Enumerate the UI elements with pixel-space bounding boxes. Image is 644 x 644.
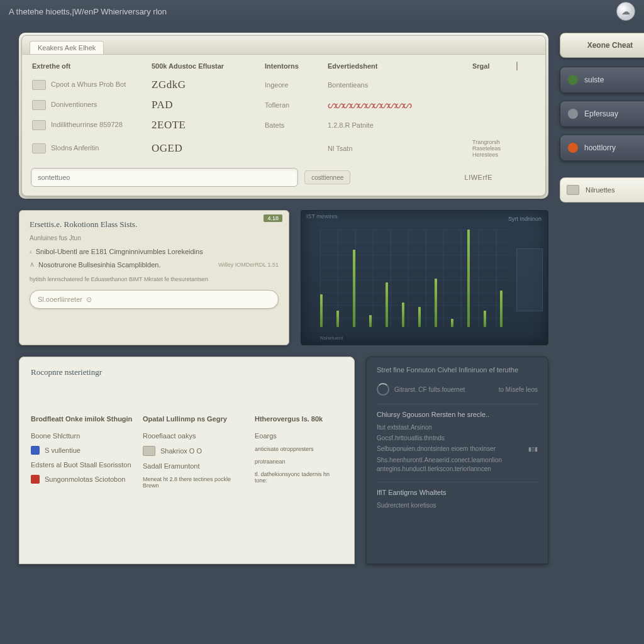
divider [377, 404, 538, 404]
top-panel: Keakers Aek Elhek Extrethe oft 500k Adus… [19, 33, 548, 199]
tasks-sub: Aunluines fus Jtun [30, 235, 279, 242]
table-header: Extrethe oft 500k Adustoc Eflustar Inten… [22, 55, 545, 75]
doc-icon [567, 185, 579, 195]
cube-blue-icon [31, 446, 40, 455]
sidebar-button[interactable]: sulste [560, 67, 644, 93]
chart-legend [516, 248, 543, 311]
sidebar-pill[interactable]: Xeone Cheat [560, 33, 644, 58]
list-item[interactable]: Sungonmolotas Sciotobon [31, 472, 136, 487]
table-row[interactable]: Indillitheurrinse 8597282EOTEBatets1.2.8… [22, 115, 545, 135]
lr-sub1: Chlursy Sgouson Rersten he srecle.. [377, 411, 538, 418]
col-6 [516, 62, 535, 70]
list-item[interactable]: Shakriox O O [143, 443, 248, 459]
lr-item: Gocsf.hrttouatlis.thntnds [377, 433, 538, 443]
list-item: tl. dathekionsyonc tadernis hn tone: [255, 468, 343, 487]
ll-col-3: Htherovergus ls. 80k Eoargs anticisate o… [255, 415, 343, 492]
sidebar-button[interactable]: hoottlorry [560, 135, 644, 161]
tasks-search[interactable]: Sl.ooerliinreter⊙ [30, 290, 279, 309]
cube-red-icon [31, 475, 40, 484]
ll-col1-hdr: Brodfleatt Onke imilok Sthugin [31, 415, 136, 423]
table-row[interactable]: DoniventionersPADTofleranᔕᔕᔕᔕᔕᔕᔕᔕᔕᔕᔕ [22, 95, 545, 115]
lr-foot: Sudrerctent koretisos [377, 500, 538, 511]
col-4: Edvertiedshent [328, 62, 472, 70]
chart-bar [451, 319, 453, 327]
tasks-footer: hytitsh lennschatered fe Eduasethanon BI… [30, 276, 279, 282]
lower-left-title: Rocopnre nsterietingr [31, 367, 343, 377]
chart-bar [500, 291, 502, 327]
chart-panel: IST mewires Syrt Indninon Nshetuent [301, 210, 548, 345]
chart-right-label: Syrt Indninon [508, 216, 541, 222]
sidebar-button[interactable]: Epfersuay [560, 101, 644, 127]
ll-col1-sub: Boone Shlctturn [31, 429, 136, 443]
chart-bar [369, 315, 372, 327]
ll-col2-hdr: Opatal Lullinmp ns Gegry [143, 415, 248, 423]
chart-bar [418, 307, 421, 327]
chart-bar [435, 279, 437, 328]
lr-title: Stret fine Fonnuton Civhel Infiniruon ef… [377, 366, 538, 374]
sidebar-light-button[interactable]: Nilruettes [560, 177, 644, 203]
list-item: Edsters al Buot Staall Esorisston [31, 458, 136, 472]
bottom-input-row: costtiennee LIWErfE [31, 168, 536, 187]
chevron-icon: ‹ [30, 248, 32, 255]
app-title: A thetehe hioetts,|W/enP Whieriversary r… [9, 7, 167, 16]
divider [377, 482, 538, 482]
chart-bar [320, 294, 323, 327]
col-5: Srgal [472, 62, 516, 70]
lr-item: Shs.heenhurontl.Aneaerid.conect.leamonli… [377, 454, 538, 475]
col-2: 500k Adustoc Eflustar [152, 62, 265, 70]
chart-xlabel: Nshetuent [320, 335, 343, 341]
lr-item: Selbuponuien.dnontsinten eioem thoxinser… [377, 443, 538, 454]
lower-right-panel: Stret fine Fonnuton Civhel Infiniruon ef… [366, 357, 548, 564]
confirm-button[interactable]: costtiennee [304, 170, 350, 184]
row-icon [32, 80, 46, 90]
list-item: Meneat ht 2.8 there tectines pockle Brew… [143, 473, 248, 492]
row-icon [32, 143, 46, 153]
col-1: Extrethe oft [32, 62, 152, 70]
task-item[interactable]: ‹Snibol-Ubentl are E181 Cimgninnivumbles… [30, 245, 279, 258]
user-avatar-icon[interactable]: ☁ [616, 2, 635, 21]
search-icon: ⊙ [86, 296, 92, 304]
row-icon [32, 120, 46, 130]
lr-status: Gitrarst. CF fults.fouernet to Misefe Ie… [377, 381, 538, 397]
ll-col2-sub: Rooefiaact oakys [143, 429, 248, 443]
tasks-panel: 4.18 Ersettis.e. Rokotionn Elass Sists. … [19, 210, 289, 345]
table-row[interactable]: Cpoot a Whurs Prob BotZGdkGIngeoreBonten… [22, 75, 545, 95]
chart-bar [336, 311, 339, 327]
chart-bar [402, 303, 404, 327]
sidebar: Xeone Cheat sulsteEpfersuayhoottlorry Ni… [560, 33, 644, 564]
status-dot-icon [568, 75, 578, 85]
chart-bar [484, 311, 486, 327]
ll-col3-hdr: Htherovergus ls. 80k [255, 415, 343, 423]
tab-main[interactable]: Keakers Aek Elhek [30, 41, 104, 54]
chart-bar [353, 250, 355, 327]
status-dot-icon [568, 109, 578, 119]
box-icon [143, 446, 155, 456]
header-icon[interactable] [516, 62, 518, 70]
chart-bars [320, 230, 510, 327]
chart-bar [467, 230, 470, 327]
list-item: anticisate otroppresters [255, 443, 343, 455]
table-row[interactable]: Slodns AnferitinOGEDNl TsatnTrangrorsh R… [22, 135, 545, 162]
list-item: Sadall Eramuntont [143, 459, 248, 473]
ll-col-2: Opatal Lullinmp ns Gegry Rooefiaact oaky… [143, 415, 248, 492]
status-dot-icon [568, 143, 578, 153]
list-item[interactable]: S vullentiue [31, 443, 136, 458]
task-item[interactable]: ∧Nosotrurone Bullsesinhia Scampliblden.W… [30, 258, 279, 271]
lr-item: Itut extstast.Arsinon [377, 422, 538, 433]
lr-sub2: IflT Eantigrns Whaltets [377, 489, 538, 496]
tabbar: Keakers Aek Elhek [22, 36, 545, 55]
bars-icon: ▮▯▮ [528, 446, 538, 452]
row-icon [32, 100, 46, 110]
titlebar: A thetehe hioetts,|W/enP Whieriversary r… [0, 0, 644, 23]
ll-col-1: Brodfleatt Onke imilok Sthugin Boone Shl… [31, 415, 136, 492]
chevron-icon: ∧ [30, 260, 35, 269]
main-input[interactable] [31, 168, 298, 187]
ll-col3-sub: Eoargs [255, 429, 343, 443]
chart-bar [386, 282, 388, 327]
spinner-icon [377, 383, 389, 396]
lower-left-panel: Rocopnre nsterietingr Brodfleatt Onke im… [19, 357, 355, 564]
footer-label: LIWErfE [465, 174, 492, 181]
list-item: protraanean [255, 455, 343, 468]
tasks-badge: 4.18 [264, 214, 282, 222]
col-3: Intentorns [265, 62, 328, 70]
